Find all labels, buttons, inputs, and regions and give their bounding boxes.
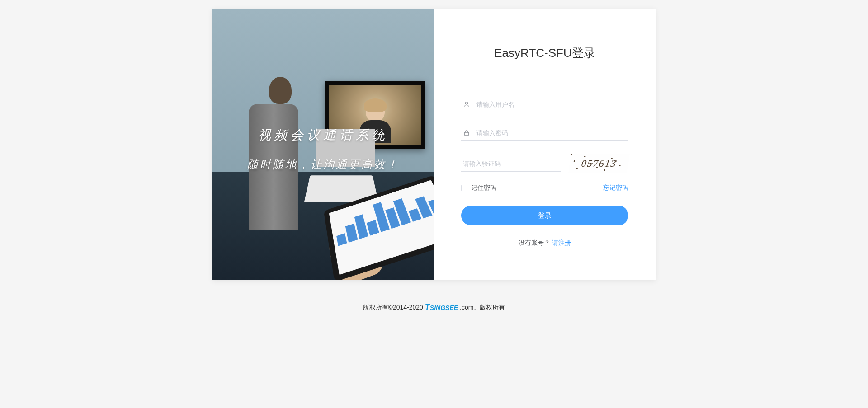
svg-rect-1 (464, 132, 468, 135)
remember-label: 记住密码 (471, 184, 496, 192)
login-container: 视频会议通话系统 随时随地，让沟通更高效！ EasyRTC-SFU登录 (212, 9, 656, 280)
captcha-row: 057613 (461, 154, 628, 173)
copyright-suffix: .com。版权所有 (460, 304, 505, 312)
copyright-prefix: 版权所有©2014-2020 (363, 304, 423, 312)
user-icon (463, 101, 472, 108)
username-row (461, 97, 628, 112)
brand-logo: TTSINGSEESINGSEE (425, 303, 458, 312)
username-input[interactable] (476, 101, 627, 108)
page-title: EasyRTC-SFU登录 (461, 45, 628, 61)
svg-point-0 (465, 102, 467, 104)
promo-panel: 视频会议通话系统 随时随地，让沟通更高效！ (212, 9, 434, 280)
captcha-image[interactable]: 057613 (568, 154, 630, 173)
footer: 版权所有©2014-2020 TTSINGSEESINGSEE.com。版权所有 (363, 303, 505, 312)
slogan-line1: 视频会议通话系统 (212, 127, 434, 144)
password-input[interactable] (476, 129, 627, 136)
register-link[interactable]: 请注册 (552, 239, 571, 246)
form-panel: EasyRTC-SFU登录 (434, 9, 656, 280)
no-account-text: 没有账号？ (519, 239, 550, 246)
captcha-input[interactable] (463, 160, 542, 167)
captcha-text: 057613 (580, 158, 618, 169)
login-button[interactable]: 登录 (461, 206, 628, 225)
slogan-line2: 随时随地，让沟通更高效！ (212, 157, 434, 172)
checkbox-box-icon (461, 185, 467, 191)
options-row: 记住密码 忘记密码 (461, 184, 628, 192)
password-row (461, 126, 628, 141)
remember-checkbox[interactable]: 记住密码 (461, 184, 496, 192)
register-row: 没有账号？ 请注册 (461, 239, 628, 247)
lock-icon (463, 129, 472, 136)
forgot-password-link[interactable]: 忘记密码 (603, 184, 628, 192)
